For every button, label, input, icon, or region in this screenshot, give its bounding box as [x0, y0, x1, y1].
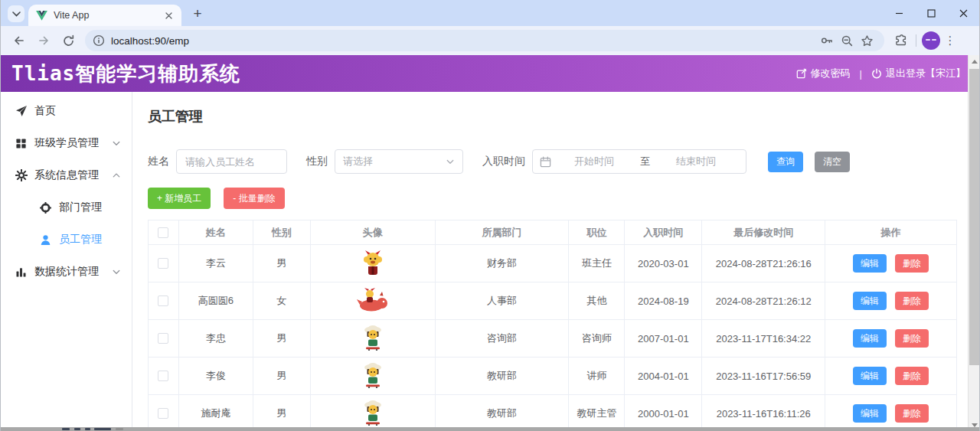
column-header: 性别 — [253, 220, 311, 245]
browser-window: Vite App + — [0, 0, 980, 431]
taskbar-edge — [1, 427, 979, 431]
edit-button[interactable]: 编辑 — [853, 404, 887, 423]
forward-button[interactable] — [32, 29, 55, 52]
employee-department: 教研部 — [436, 395, 570, 431]
edit-button[interactable]: 编辑 — [853, 329, 887, 348]
browser-tab[interactable]: Vite App — [28, 5, 181, 26]
header-divider: | — [860, 68, 862, 80]
row-checkbox[interactable] — [158, 333, 168, 344]
forward-icon — [37, 34, 51, 47]
edit-button[interactable]: 编辑 — [853, 254, 887, 273]
sidebar-item-label: 员工管理 — [59, 233, 121, 247]
browser-toolbar: localhost:90/emp ⋮ — [1, 26, 979, 55]
employee-last-modified: 2023-11-16T17:56:59 — [702, 358, 825, 395]
vertical-scrollbar[interactable] — [968, 55, 979, 431]
change-password-link[interactable]: 修改密码 — [796, 67, 851, 80]
batch-delete-button[interactable]: - 批量删除 — [224, 188, 284, 209]
edit-button[interactable]: 编辑 — [853, 292, 887, 310]
logout-link[interactable]: 退出登录【宋江】 — [871, 67, 965, 80]
skater-green-icon — [362, 325, 384, 353]
employee-hire-date: 2004-01-01 — [625, 358, 702, 395]
zoom-out-icon[interactable] — [837, 31, 857, 51]
user-icon — [39, 234, 52, 246]
start-date-placeholder[interactable]: 开始时间 — [551, 155, 637, 168]
tab-search-button[interactable] — [8, 5, 24, 22]
row-operations: 编辑删除 — [825, 245, 957, 282]
employee-hire-date: 2007-01-01 — [625, 320, 702, 358]
site-info-icon[interactable] — [93, 34, 105, 47]
end-date-placeholder[interactable]: 结束时间 — [653, 155, 739, 168]
column-header: 职位 — [569, 220, 625, 245]
row-checkbox[interactable] — [158, 295, 168, 306]
clear-button[interactable]: 清空 — [815, 152, 850, 172]
range-separator: 至 — [637, 155, 653, 168]
employee-gender: 男 — [253, 245, 311, 282]
password-key-icon[interactable] — [817, 31, 837, 51]
row-checkbox[interactable] — [158, 408, 168, 419]
employee-name: 李云 — [179, 245, 253, 282]
employee-gender: 男 — [253, 320, 311, 358]
gender-select[interactable]: 请选择 — [335, 149, 463, 174]
select-all-checkbox[interactable] — [158, 227, 168, 238]
employee-gender: 男 — [253, 395, 311, 431]
search-button[interactable]: 查询 — [768, 152, 803, 172]
row-checkbox[interactable] — [158, 258, 168, 269]
sidebar-item-statistics[interactable]: 数据统计管理 — [1, 256, 132, 288]
paper-plane-icon — [15, 105, 28, 117]
logout-label: 退出登录【宋江】 — [886, 67, 965, 80]
edit-button[interactable]: 编辑 — [853, 367, 887, 385]
add-employee-button[interactable]: + 新增员工 — [148, 188, 211, 209]
row-select-cell — [149, 282, 179, 320]
row-select-cell — [149, 320, 179, 358]
employee-avatar — [311, 395, 436, 431]
sidebar-item-home[interactable]: 首页 — [1, 95, 132, 127]
app-title: Tlias智能学习辅助系统 — [11, 60, 240, 87]
employee-position: 教研主管 — [569, 395, 625, 431]
bookmark-star-icon[interactable] — [857, 31, 877, 51]
reload-icon — [62, 34, 75, 47]
delete-button[interactable]: 删除 — [895, 329, 929, 348]
sidebar-item-class-students[interactable]: 班级学员管理 — [1, 127, 132, 159]
date-range-picker[interactable]: 开始时间 至 结束时间 — [532, 149, 746, 174]
url-text: localhost:90/emp — [111, 35, 817, 47]
toolbar-divider — [916, 34, 916, 47]
delete-button[interactable]: 删除 — [895, 404, 929, 423]
sidebar-item-label: 班级学员管理 — [34, 136, 112, 150]
back-button[interactable] — [8, 29, 31, 52]
delete-button[interactable]: 删除 — [895, 367, 929, 385]
tab-title: Vite App — [54, 10, 162, 21]
chevron-up-icon — [112, 171, 121, 180]
row-checkbox[interactable] — [158, 371, 168, 381]
column-header: 入职时间 — [625, 220, 702, 245]
tab-close-icon[interactable] — [162, 9, 175, 22]
column-header: 操作 — [825, 220, 957, 245]
employee-department: 财务部 — [436, 245, 570, 282]
scrollbar-thumb[interactable] — [969, 69, 979, 365]
search-form: 姓名 性别 请选择 入职时间 开始时间 至 结束时间 查询 清空 — [148, 149, 957, 174]
close-window-button[interactable] — [947, 0, 979, 26]
profile-avatar[interactable] — [922, 31, 940, 50]
reload-button[interactable] — [57, 29, 80, 52]
employee-position: 咨询师 — [569, 320, 625, 358]
new-tab-button[interactable]: + — [188, 4, 207, 24]
minimize-button[interactable] — [883, 0, 915, 26]
sidebar-item-label: 数据统计管理 — [34, 265, 112, 279]
delete-button[interactable]: 删除 — [895, 292, 929, 310]
employee-department: 咨询部 — [436, 320, 570, 358]
employee-avatar — [311, 282, 436, 320]
employee-name: 高圆圆6 — [179, 282, 253, 320]
name-input[interactable] — [176, 149, 287, 174]
column-header: 所属部门 — [436, 220, 570, 245]
sidebar-item-departments[interactable]: 部门管理 — [1, 191, 132, 224]
extensions-puzzle-icon[interactable] — [890, 31, 910, 51]
browser-menu-icon[interactable]: ⋮ — [940, 34, 960, 47]
address-bar[interactable]: localhost:90/emp — [85, 30, 884, 51]
sidebar-item-employees[interactable]: 员工管理 — [1, 224, 132, 256]
maximize-button[interactable] — [915, 0, 947, 26]
employee-hire-date: 2020-03-01 — [625, 245, 702, 282]
sidebar-item-system-info[interactable]: 系统信息管理 — [1, 159, 132, 191]
scroll-up-arrow[interactable] — [969, 55, 980, 67]
employee-hire-date: 2024-08-19 — [625, 282, 702, 320]
delete-button[interactable]: 删除 — [895, 254, 929, 273]
header-actions: 修改密码 | 退出登录【宋江】 — [796, 67, 965, 80]
